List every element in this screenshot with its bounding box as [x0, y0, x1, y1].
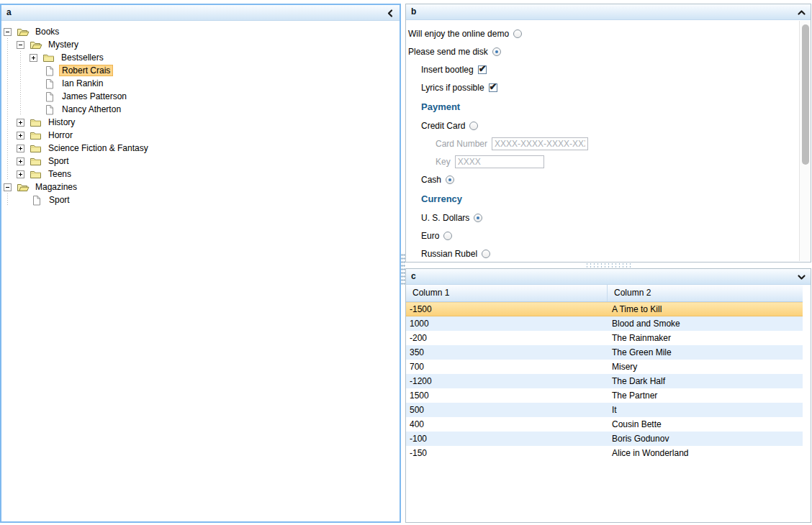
panel-c-header: c — [406, 269, 811, 285]
table-row[interactable]: -150Alice in Wonderland — [406, 446, 803, 460]
tree-item-label[interactable]: Horror — [45, 129, 76, 141]
table-row[interactable]: -1500A Time to Kill — [406, 302, 803, 316]
tree-collapse-icon[interactable] — [17, 41, 24, 49]
table-row[interactable]: 1500The Partner — [406, 388, 803, 403]
tree-guide-line — [7, 38, 8, 51]
folder-open-icon — [17, 182, 30, 193]
key-input[interactable] — [455, 155, 544, 168]
checkbox-checked[interactable] — [478, 65, 487, 74]
scrollbar-thumb[interactable] — [802, 24, 809, 165]
radio-checked[interactable] — [492, 47, 501, 56]
checkbox-checked[interactable] — [489, 83, 497, 92]
radio-unchecked[interactable] — [482, 250, 490, 258]
tree-expand-icon[interactable] — [17, 170, 24, 178]
radio-checked[interactable] — [474, 214, 482, 222]
tree-expand-icon[interactable] — [17, 158, 24, 165]
tree-item[interactable]: Horror — [1, 129, 400, 142]
folder-open-icon — [17, 27, 30, 37]
collapse-down-button[interactable] — [796, 272, 807, 283]
tree-item-label[interactable]: Nancy Atherton — [59, 104, 124, 115]
tree-item[interactable]: Science Fiction & Fantasy — [1, 142, 400, 155]
tree-item-label[interactable]: Magazines — [32, 181, 80, 193]
tree-item[interactable]: Ian Rankin — [1, 77, 400, 90]
tree-item[interactable]: History — [1, 116, 400, 129]
splitter-grip-icon — [585, 262, 631, 268]
books-tree: BooksMysteryBestsellersRobert CraisIan R… — [1, 21, 400, 206]
table-row[interactable]: -100Boris Godunov — [406, 432, 803, 446]
tree-item[interactable]: Mystery — [1, 38, 400, 51]
panel-b-header: b — [406, 4, 811, 20]
column-header-2[interactable]: Column 2 — [608, 285, 803, 301]
table-row[interactable]: 350The Green Mile — [406, 345, 803, 360]
tree-item-label[interactable]: Robert Crais — [59, 65, 113, 76]
tree-item[interactable]: Sport — [1, 155, 400, 168]
tree-item[interactable]: Sport — [1, 193, 400, 206]
field-label: Card Number — [436, 139, 487, 149]
form-row: Cash — [406, 170, 811, 188]
card-number-input[interactable] — [492, 137, 588, 150]
form-row: Will enjoy the online demo — [406, 24, 811, 42]
tree-item-label[interactable]: Bestsellers — [58, 52, 107, 63]
tree-collapse-icon[interactable] — [4, 183, 12, 191]
table-row[interactable]: -1200The Dark Half — [406, 374, 803, 388]
tree-guide-line — [7, 142, 8, 155]
tree-item[interactable]: Books — [1, 25, 400, 38]
table-row[interactable]: 700Misery — [406, 360, 803, 374]
radio-unchecked[interactable] — [513, 29, 522, 38]
radio-unchecked[interactable] — [469, 122, 478, 130]
tree-item[interactable]: James Patterson — [1, 90, 400, 103]
scrollbar[interactable] — [799, 21, 811, 261]
tree-item[interactable]: Teens — [1, 168, 400, 181]
tree-expand-icon[interactable] — [17, 119, 24, 127]
checkbox-label: Insert bootleg — [421, 65, 474, 75]
horizontal-splitter[interactable] — [405, 262, 811, 268]
form-row: Credit Card — [406, 117, 811, 134]
tree-guide-line — [7, 103, 8, 116]
radio-label: Cash — [421, 175, 441, 185]
table-cell-value: -200 — [406, 331, 608, 345]
table-cell-title: Alice in Wonderland — [608, 446, 803, 460]
tree-item-label[interactable]: Mystery — [45, 39, 81, 50]
table-row[interactable]: 400Cousin Bette — [406, 417, 803, 432]
radio-checked[interactable] — [446, 175, 454, 184]
table-row[interactable]: 1000Blood and Smoke — [406, 316, 803, 331]
tree-item-label[interactable]: History — [45, 117, 78, 128]
tree-expand-icon[interactable] — [17, 132, 24, 140]
tree-item-label[interactable]: James Patterson — [59, 91, 130, 102]
table-cell-value: -150 — [406, 446, 608, 460]
tree-guide-line — [7, 77, 8, 90]
grid-header-row: Column 1 Column 2 — [406, 285, 803, 302]
form-row: Lyrics if possible — [406, 78, 811, 96]
tree-item-label[interactable]: Ian Rankin — [59, 78, 106, 89]
tree-collapse-icon[interactable] — [4, 28, 12, 36]
table-cell-value: 700 — [406, 360, 608, 374]
document-icon — [43, 91, 56, 102]
form-row: U. S. Dollars — [406, 209, 811, 227]
tree-item[interactable]: Robert Crais — [1, 64, 400, 77]
tree-expand-icon[interactable] — [17, 145, 24, 152]
tree-item-label[interactable]: Sport — [46, 194, 73, 206]
table-cell-title: Misery — [608, 360, 803, 374]
table-row[interactable]: 500It — [406, 403, 803, 417]
tree-guide-line — [7, 129, 8, 142]
tree-item[interactable]: Nancy Atherton — [1, 103, 400, 116]
column-header-1[interactable]: Column 1 — [406, 285, 608, 301]
collapse-up-button[interactable] — [796, 7, 807, 18]
table-cell-value: 500 — [406, 403, 608, 417]
radio-unchecked[interactable] — [443, 232, 452, 240]
tree-expand-icon[interactable] — [30, 54, 37, 62]
chevron-left-icon — [385, 8, 396, 19]
form-row: Russian Rubel — [406, 245, 811, 262]
form-row: Payment — [406, 96, 811, 117]
tree-item-label[interactable]: Science Fiction & Fantasy — [45, 142, 151, 154]
radio-label: Will enjoy the online demo — [408, 29, 509, 39]
tree-item[interactable]: Bestsellers — [1, 51, 400, 64]
tree-item-label[interactable]: Sport — [45, 155, 72, 167]
table-row[interactable]: -200The Rainmaker — [406, 331, 803, 345]
panel-c-title: c — [411, 271, 416, 281]
tree-item-label[interactable]: Books — [32, 26, 62, 37]
tree-item-label[interactable]: Teens — [45, 168, 74, 180]
folder-closed-icon — [30, 130, 42, 141]
tree-item[interactable]: Magazines — [1, 181, 400, 193]
collapse-left-button[interactable] — [385, 8, 396, 19]
